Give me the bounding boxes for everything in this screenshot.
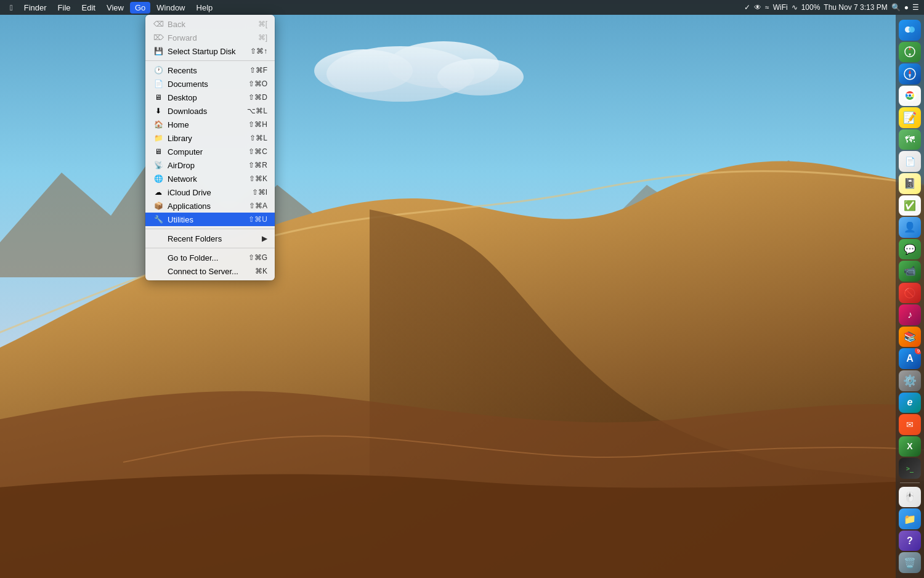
dock-safari[interactable] — [899, 63, 921, 84]
dock-mouse[interactable]: 🖱️ — [899, 487, 921, 508]
back-shortcut: ⌘[ — [258, 20, 267, 28]
menu-item-startup[interactable]: 💾 Select Startup Disk ⇧⌘↑ — [145, 44, 275, 58]
dock-blocked[interactable]: 🚫 — [899, 283, 921, 304]
connect-icon — [153, 266, 164, 276]
svg-point-16 — [909, 94, 911, 97]
taskbar-siri[interactable]: ● — [904, 3, 909, 12]
icloud-icon: ☁ — [153, 187, 164, 197]
taskbar-eye: 👁 — [754, 3, 761, 12]
network-shortcut: ⇧⌘K — [249, 174, 267, 183]
dock-books[interactable]: 📚 — [899, 327, 921, 348]
recent-folders-icon — [153, 234, 164, 243]
applications-label: Applications — [168, 201, 249, 211]
computer-shortcut: ⇧⌘C — [248, 147, 267, 156]
airdrop-icon: 📡 — [153, 160, 164, 170]
edit-menu[interactable]: Edit — [77, 2, 100, 14]
menu-item-recents[interactable]: 🕐 Recents ⇧⌘F — [145, 63, 275, 77]
dock-maps[interactable] — [899, 42, 921, 63]
airdrop-label: AirDrop — [168, 161, 248, 170]
menu-item-airdrop[interactable]: 📡 AirDrop ⇧⌘R — [145, 158, 275, 172]
recents-shortcut: ⇧⌘F — [249, 66, 267, 75]
utilities-shortcut: ⇧⌘U — [248, 215, 267, 224]
dock-reminders[interactable]: ✅ — [899, 195, 921, 216]
menu-item-desktop[interactable]: 🖥 Desktop ⇧⌘D — [145, 91, 275, 104]
menubar-right: ✓ 👁 ≈ WiFi ∿ 100% Thu Nov 7 3:13 PM 🔍 ● … — [744, 3, 924, 12]
dock-folder[interactable]: 📁 — [899, 508, 921, 529]
forward-label: Forward — [168, 33, 258, 43]
menu-item-utilities[interactable]: 🔧 Utilities ⇧⌘U — [145, 213, 275, 226]
taskbar-wifi[interactable]: WiFi — [773, 3, 788, 12]
recent-folders-label: Recent Folders — [168, 234, 262, 243]
file-menu[interactable]: File — [53, 2, 76, 14]
view-menu[interactable]: View — [102, 2, 129, 14]
menu-item-downloads[interactable]: ⬇ Downloads ⌥⌘L — [145, 104, 275, 118]
dock-textedit[interactable]: 📄 — [899, 151, 921, 172]
dock-edge[interactable]: e — [899, 393, 921, 413]
downloads-shortcut: ⌥⌘L — [247, 107, 267, 115]
forward-shortcut: ⌘] — [258, 33, 267, 42]
finder-menu[interactable]: Finder — [19, 2, 52, 14]
library-icon: 📁 — [153, 133, 164, 143]
menu-item-goto-folder[interactable]: Go to Folder... ⇧⌘G — [145, 251, 275, 264]
home-shortcut: ⇧⌘H — [248, 120, 267, 129]
goto-label: Go to Folder... — [168, 253, 248, 263]
forward-icon: ⌦ — [153, 33, 164, 43]
icloud-label: iCloud Drive — [168, 188, 252, 197]
go-menu-trigger[interactable]: Go — [130, 2, 150, 14]
startup-label: Select Startup Disk — [168, 47, 250, 56]
network-label: Network — [168, 174, 249, 184]
menu-item-documents[interactable]: 📄 Documents ⇧⌘O — [145, 77, 275, 91]
dock-notes[interactable]: 📓 — [899, 173, 921, 194]
menubar-left:  Finder File Edit View Go Window Help — [0, 2, 217, 14]
recent-folders-arrow: ▶ — [262, 234, 267, 243]
menu-item-back[interactable]: ⌫ Back ⌘[ — [145, 17, 275, 31]
computer-icon: 🖥 — [153, 147, 164, 157]
taskbar-search[interactable]: 🔍 — [891, 3, 901, 12]
dock-help[interactable]: ? — [899, 531, 921, 552]
dock-system-prefs[interactable]: ⚙️ — [899, 370, 921, 391]
appstore-badge: 9 — [915, 348, 921, 354]
separator-2 — [145, 229, 275, 229]
dock-separator — [900, 482, 920, 483]
dock-trash[interactable]: 🗑️ — [899, 552, 921, 573]
dock-music[interactable]: ♪ — [899, 304, 921, 325]
menu-item-network[interactable]: 🌐 Network ⇧⌘K — [145, 172, 275, 185]
svg-point-4 — [437, 59, 524, 96]
dock-facetime[interactable]: 📹 — [899, 261, 921, 282]
menu-item-forward[interactable]: ⌦ Forward ⌘] — [145, 31, 275, 44]
menu-item-applications[interactable]: 📦 Applications ⇧⌘A — [145, 199, 275, 213]
recents-icon: 🕐 — [153, 65, 164, 75]
taskbar-control-center[interactable]: ☰ — [912, 3, 919, 12]
dock-chrome[interactable] — [899, 86, 921, 107]
dock-messages[interactable]: 💬 — [899, 239, 921, 260]
menu-item-connect-server[interactable]: Connect to Server... ⌘K — [145, 264, 275, 278]
dock-stickies[interactable]: 📝 — [899, 107, 921, 128]
dock-spark[interactable]: ✉ — [899, 414, 921, 435]
taskbar-battery: 100% — [801, 3, 821, 12]
dock-terminal[interactable]: >_ — [899, 458, 921, 479]
separator-3 — [145, 248, 275, 248]
menu-item-icloud[interactable]: ☁ iCloud Drive ⇧⌘I — [145, 185, 275, 199]
apple-menu[interactable]:  — [5, 2, 18, 14]
taskbar-bluetooth[interactable]: ∿ — [792, 3, 798, 12]
recents-label: Recents — [168, 66, 249, 75]
library-shortcut: ⇧⌘L — [249, 134, 267, 142]
window-menu[interactable]: Window — [152, 2, 190, 14]
menu-item-recent-folders[interactable]: Recent Folders ▶ — [145, 232, 275, 245]
menu-item-computer[interactable]: 🖥 Computer ⇧⌘C — [145, 145, 275, 158]
menu-item-home[interactable]: 🏠 Home ⇧⌘H — [145, 118, 275, 131]
taskbar-wifi-icon[interactable]: ≈ — [765, 3, 769, 12]
dock-maps2[interactable]: 🗺 — [899, 129, 921, 150]
desktop-icon: 🖥 — [153, 92, 164, 102]
connect-shortcut: ⌘K — [255, 267, 267, 275]
menu-item-library[interactable]: 📁 Library ⇧⌘L — [145, 131, 275, 145]
dock-excel[interactable]: X — [899, 436, 921, 457]
dock-finder[interactable] — [899, 20, 921, 41]
dock-contacts[interactable]: 👤 — [899, 217, 921, 238]
dock-appstore[interactable]: A 9 — [899, 348, 921, 369]
connect-label: Connect to Server... — [168, 267, 255, 276]
icloud-shortcut: ⇧⌘I — [252, 188, 267, 197]
svg-marker-9 — [909, 47, 911, 50]
taskbar-checkmark: ✓ — [744, 3, 750, 12]
help-menu[interactable]: Help — [192, 2, 218, 14]
